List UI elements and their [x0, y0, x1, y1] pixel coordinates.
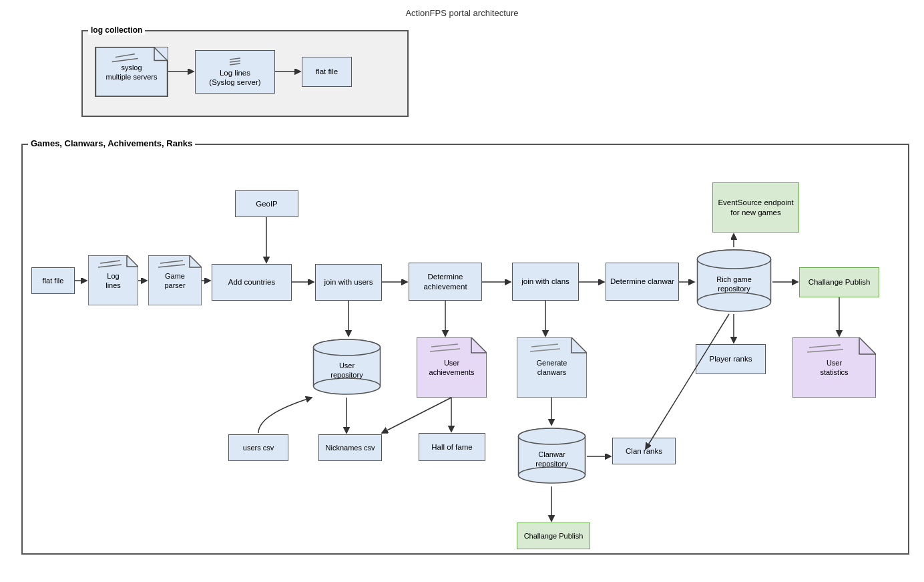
clan-ranks-box: Clan ranks	[612, 438, 676, 464]
log-lines-syslog-box: Log lines(Syslog server)	[195, 50, 275, 94]
rich-game-repository: Rich gamerepository	[696, 247, 772, 314]
add-countries-box: Add countries	[212, 264, 292, 301]
flat-file-2: flat file	[31, 267, 75, 294]
generate-clanwars: Generateclanwars	[517, 337, 587, 398]
join-users-box: join with users	[315, 264, 382, 301]
challange-publish-2: Challange Publish	[517, 523, 590, 549]
game-parser: Gameparser	[148, 255, 202, 305]
main-group-label: Games, Clanwars, Achivements, Ranks	[28, 138, 195, 148]
svg-line-5	[230, 63, 240, 65]
svg-point-38	[519, 428, 586, 444]
user-achievements: Userachievements	[417, 337, 487, 398]
users-csv-box: users csv	[228, 434, 288, 461]
diagram-canvas: ActionFPS portal architecture log collec…	[8, 0, 916, 561]
player-ranks-box: Player ranks	[696, 344, 766, 374]
user-statistics: User statistics	[792, 337, 876, 398]
user-repository: Userrepository	[312, 337, 382, 398]
log-collection-label: log collection	[88, 25, 145, 35]
svg-line-3	[230, 58, 240, 59]
flat-file-1: flat file	[302, 57, 352, 87]
determine-clanwar-box: Determine clanwar	[606, 263, 679, 301]
svg-point-22	[314, 378, 381, 394]
nicknames-csv-box: Nicknames csv	[318, 434, 382, 461]
clanwar-repository: Clanwarrepository	[517, 426, 587, 486]
determine-achievement-box: Determine achievement	[409, 263, 482, 301]
svg-point-37	[519, 467, 586, 483]
diagram-title: ActionFPS portal architecture	[8, 1, 916, 23]
syslog-box: syslogmultiple servers	[95, 47, 168, 97]
svg-point-23	[314, 339, 381, 355]
svg-line-4	[230, 61, 240, 62]
hall-of-fame-box: Hall of fame	[419, 433, 485, 461]
event-source-box: EventSource endpoint for new games	[712, 182, 799, 233]
join-clans-box: join with clans	[512, 263, 579, 301]
log-lines-2: Loglines	[88, 255, 138, 305]
geoip-box: GeoIP	[235, 190, 298, 217]
challange-publish-1: Challange Publish	[799, 267, 879, 297]
